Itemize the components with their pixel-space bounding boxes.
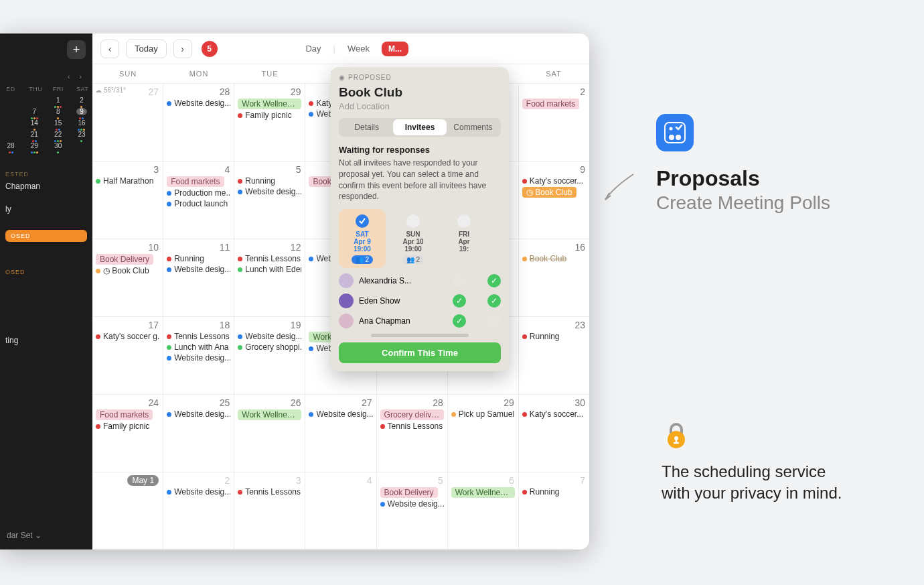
event-item[interactable]: Family picnic [96, 421, 159, 431]
event-item[interactable]: Website desig... [167, 409, 230, 419]
event-item[interactable]: Grocery delive... [380, 409, 444, 420]
today-button[interactable]: Today [126, 40, 167, 58]
day-cell[interactable]: 19Website desig...Grocery shoppi... [234, 317, 305, 394]
day-cell[interactable]: 4 [305, 472, 376, 549]
day-cell[interactable]: 7Running [519, 472, 589, 549]
event-item[interactable]: Katy's soccer g... [96, 332, 159, 341]
event-item[interactable]: Food markets [522, 99, 586, 109]
day-cell[interactable]: 9Katy's soccer...◷ Book Club [519, 161, 589, 239]
scrollbar[interactable] [371, 334, 468, 337]
add-location-field[interactable]: Add Location [339, 101, 501, 111]
event-item[interactable]: Family picnic [238, 111, 301, 120]
event-item[interactable]: Work Wellness... [451, 487, 515, 498]
day-cell[interactable]: 2Food markets [519, 84, 589, 161]
event-item[interactable]: Website desig... [309, 409, 372, 419]
time-option[interactable]: FRIApr19: [441, 209, 487, 268]
day-cell[interactable]: 29Pick up Samuel [448, 395, 519, 472]
proposed-badge: ◉ PROPOSED [339, 74, 501, 81]
day-cell[interactable]: 6Work Wellness... [448, 472, 519, 549]
event-item[interactable]: Book Delivery [96, 254, 159, 265]
day-cell[interactable]: 18Tennis LessonsLunch with AnaWebsite de… [163, 317, 234, 394]
day-cell[interactable]: May 1 [92, 472, 163, 549]
event-item[interactable]: Website desig... [380, 499, 444, 509]
day-cell[interactable]: 25Website desig... [163, 395, 234, 472]
day-cell[interactable]: 23Running [519, 317, 589, 394]
event-item[interactable]: Lunch with Eden [238, 265, 301, 274]
event-item[interactable]: Website desig... [167, 353, 230, 363]
day-cell[interactable]: 26Work Wellness... [234, 395, 305, 472]
event-item[interactable]: Lunch with Ana [167, 342, 230, 352]
new-event-button[interactable]: + [67, 40, 86, 59]
event-item[interactable]: Work Wellness... [238, 99, 301, 109]
prev-month-button[interactable]: ‹ [100, 40, 119, 58]
event-item[interactable]: Work Wellness... [238, 409, 301, 420]
toolbar: ‹ Today › 5 Day | Week M... [92, 34, 589, 64]
day-cell[interactable]: 24Food marketsFamily picnic [92, 395, 163, 472]
day-cell[interactable]: 27☁56°/31° [92, 84, 163, 161]
event-item[interactable]: Tennis Lessons [380, 421, 444, 431]
response-icon: ✓ [487, 274, 501, 287]
event-item[interactable]: Running [167, 254, 230, 263]
event-item[interactable]: Food markets [167, 176, 230, 187]
event-item[interactable]: Tennis Lessons [238, 487, 301, 497]
event-item[interactable]: Running [522, 487, 586, 497]
event-item[interactable]: Product launch [167, 199, 230, 208]
day-cell[interactable]: 4Food marketsProduction me...Product lau… [163, 161, 234, 239]
day-cell[interactable]: 28Website desig... [163, 84, 234, 161]
event-item[interactable]: Katy's soccer... [522, 176, 586, 186]
sidebar-item[interactable]: ting [5, 336, 87, 345]
day-cell[interactable]: 3Tennis Lessons [234, 472, 305, 549]
invitee-name: Alexandria S... [359, 276, 447, 285]
event-item[interactable]: ◷ Book Club [96, 266, 159, 275]
event-item[interactable]: Tennis Lessons [167, 332, 230, 341]
event-item[interactable]: Website desig... [167, 99, 230, 108]
view-day[interactable]: Day [305, 44, 321, 54]
event-item[interactable]: Katy's soccer... [522, 409, 586, 419]
event-item[interactable]: Pick up Samuel [451, 409, 515, 419]
event-item[interactable]: Half Marathon [96, 176, 159, 186]
day-cell[interactable]: 30Katy's soccer... [519, 395, 589, 472]
invitee-row: Alexandria S...✓ [339, 273, 501, 288]
day-cell[interactable]: 3Half Marathon [92, 161, 163, 239]
mini-next-icon[interactable]: › [79, 72, 82, 80]
day-cell[interactable]: 27Website desig... [305, 395, 376, 472]
day-cell[interactable]: 10Book Delivery◷ Book Club [92, 239, 163, 316]
calendar-set-menu[interactable]: dar Set ⌄ [7, 531, 42, 540]
day-cell[interactable]: 2Website desig... [163, 472, 234, 549]
view-week[interactable]: Week [348, 44, 370, 54]
event-item[interactable]: Website desig... [167, 487, 230, 497]
view-month[interactable]: M... [382, 42, 408, 56]
event-item[interactable]: Book Delivery [380, 487, 444, 498]
mini-prev-icon[interactable]: ‹ [68, 72, 70, 80]
event-item[interactable]: Production me... [167, 188, 230, 198]
event-item[interactable]: Running [522, 332, 586, 341]
cloud-icon: ☁ [95, 86, 102, 94]
tab-invitees[interactable]: Invitees [393, 119, 446, 135]
day-cell[interactable]: 17Katy's soccer g... [92, 317, 163, 394]
event-item[interactable]: ◷ Book Club [522, 187, 586, 198]
event-item[interactable]: Website desig... [238, 187, 301, 196]
confirm-time-button[interactable]: Confirm This Time [339, 342, 501, 363]
next-month-button[interactable]: › [173, 40, 192, 58]
event-item[interactable]: Running [238, 176, 301, 186]
tab-comments[interactable]: Comments [447, 119, 499, 135]
time-option[interactable]: SUNApr 1019:00👥 2 [390, 209, 437, 268]
day-cell[interactable]: 29Work Wellness...Family picnic [234, 84, 305, 161]
sidebar-item[interactable]: ly [5, 204, 87, 214]
day-cell[interactable]: 28Grocery delive...Tennis Lessons [377, 395, 448, 472]
sidebar-proposed-badge[interactable]: OSED [5, 230, 87, 242]
day-cell[interactable]: 5Book DeliveryWebsite desig... [377, 472, 448, 549]
event-item[interactable]: Website desig... [167, 265, 230, 274]
day-cell[interactable]: 16Book Club [519, 239, 589, 316]
event-item[interactable]: Website desig... [238, 332, 301, 341]
event-item[interactable]: Book Club [522, 254, 586, 263]
notification-badge[interactable]: 5 [202, 41, 218, 57]
day-cell[interactable]: 12Tennis LessonsLunch with Eden [234, 239, 305, 316]
event-item[interactable]: Food markets [96, 409, 159, 420]
day-cell[interactable]: 11RunningWebsite desig... [163, 239, 234, 316]
event-item[interactable]: Grocery shoppi... [238, 342, 301, 352]
tab-details[interactable]: Details [340, 119, 393, 135]
event-item[interactable]: Tennis Lessons [238, 254, 301, 263]
day-cell[interactable]: 5RunningWebsite desig... [234, 161, 305, 239]
time-option[interactable]: SATApr 919:00👥 2 [339, 209, 386, 268]
